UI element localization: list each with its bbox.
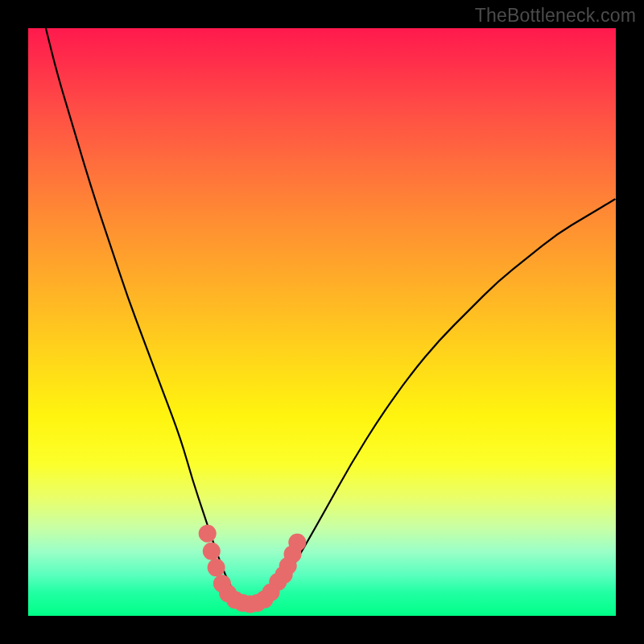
chart-frame: TheBottleneck.com: [0, 0, 644, 644]
plot-area: [28, 28, 616, 616]
marker-point: [208, 559, 225, 576]
optimal-zone-markers: [199, 525, 307, 613]
watermark-text: TheBottleneck.com: [475, 5, 636, 27]
marker-point: [203, 543, 221, 560]
bottleneck-curve-svg: [28, 28, 616, 616]
marker-point: [199, 525, 217, 543]
bottleneck-curve-path: [46, 28, 616, 604]
marker-point: [288, 534, 306, 551]
